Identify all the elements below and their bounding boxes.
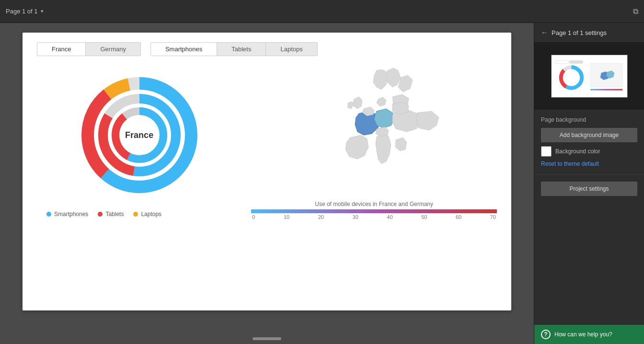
page-background-section: Page background Add background image Bac… xyxy=(534,110,644,175)
legend-dot-laptops xyxy=(133,212,138,217)
color-bar-title: Use of mobile devices in France and Germ… xyxy=(251,201,497,207)
page-title-label: Page 1 of 1 xyxy=(6,8,38,15)
legend-label-tablets: Tablets xyxy=(105,211,124,218)
help-text: How can we help you? xyxy=(554,331,612,338)
europe-map xyxy=(283,61,465,197)
color-bar-container: Use of mobile devices in France and Germ… xyxy=(251,201,497,220)
help-icon: ? xyxy=(541,330,551,339)
chart-legend: Smartphones Tablets Laptops xyxy=(37,211,242,218)
panel-title: Page 1 of 1 settings xyxy=(552,29,607,36)
project-settings-container: Project settings xyxy=(534,175,644,203)
bar-label-10: 10 xyxy=(284,214,289,220)
page-background-label: Page background xyxy=(541,116,637,123)
legend-dot-smartphones xyxy=(46,212,51,217)
bar-label-0: 0 xyxy=(252,214,255,220)
top-bar: Page 1 of 1 ▾ ⧉ xyxy=(0,0,644,23)
page-thumbnail xyxy=(551,55,628,98)
bar-label-30: 30 xyxy=(353,214,358,220)
back-arrow-icon[interactable]: ← xyxy=(541,29,548,36)
tab-tablets[interactable]: Tablets xyxy=(217,43,266,56)
country-tab-group: France Germany xyxy=(37,42,141,56)
report-page: France Germany Smartphones Tablets Lapto… xyxy=(23,33,511,310)
bar-label-20: 20 xyxy=(318,214,324,220)
legend-label-smartphones: Smartphones xyxy=(54,211,88,218)
copy-icon[interactable]: ⧉ xyxy=(633,7,638,16)
bar-label-70: 70 xyxy=(490,214,496,220)
bar-label-40: 40 xyxy=(387,214,392,220)
background-color-row: Background color xyxy=(541,146,637,157)
legend-label-laptops: Laptops xyxy=(141,211,161,218)
tab-laptops[interactable]: Laptops xyxy=(266,43,317,56)
page-indicator[interactable]: Page 1 of 1 ▾ xyxy=(6,8,44,15)
legend-laptops: Laptops xyxy=(133,211,161,218)
charts-row: France Smartphones Tablets xyxy=(37,61,497,220)
legend-dot-tablets xyxy=(98,212,103,217)
thumbnail-area xyxy=(534,43,644,110)
project-settings-button[interactable]: Project settings xyxy=(541,182,637,196)
map-section: Use of mobile devices in France and Germ… xyxy=(251,61,497,220)
bar-label-60: 60 xyxy=(456,214,461,220)
panel-header: ← Page 1 of 1 settings xyxy=(534,23,644,43)
svg-rect-16 xyxy=(569,60,583,63)
legend-smartphones: Smartphones xyxy=(46,211,88,218)
tab-smartphones[interactable]: Smartphones xyxy=(151,43,217,56)
add-background-image-button[interactable]: Add background image xyxy=(541,128,637,142)
panel-spacer xyxy=(534,203,644,325)
color-bar-labels: 0 10 20 30 40 50 60 70 xyxy=(251,214,497,220)
thumbnail-svg xyxy=(552,55,627,98)
canvas-area: France Germany Smartphones Tablets Lapto… xyxy=(0,23,534,344)
reset-to-theme-link[interactable]: Reset to theme default xyxy=(541,161,599,167)
donut-chart-section: France Smartphones Tablets xyxy=(37,61,242,220)
device-tab-group: Smartphones Tablets Laptops xyxy=(150,42,318,56)
background-color-label: Background color xyxy=(555,148,600,155)
tabs-container: France Germany Smartphones Tablets Lapto… xyxy=(37,42,497,56)
bar-label-50: 50 xyxy=(421,214,427,220)
svg-rect-19 xyxy=(590,89,622,91)
legend-tablets: Tablets xyxy=(98,211,124,218)
tab-germany[interactable]: Germany xyxy=(86,43,140,56)
tab-france[interactable]: France xyxy=(37,43,86,56)
main-layout: France Germany Smartphones Tablets Lapto… xyxy=(0,23,644,344)
donut-center-label: France xyxy=(125,130,153,140)
color-bar xyxy=(251,209,497,213)
map-svg xyxy=(283,61,465,195)
svg-point-14 xyxy=(565,72,577,83)
donut-chart: France xyxy=(68,63,211,207)
chevron-down-icon: ▾ xyxy=(41,8,44,14)
svg-rect-15 xyxy=(555,60,568,63)
help-bar[interactable]: ? How can we help you? xyxy=(534,325,644,344)
background-color-swatch[interactable] xyxy=(541,146,552,157)
scroll-handle[interactable] xyxy=(253,337,281,340)
right-panel: ← Page 1 of 1 settings xyxy=(534,23,644,344)
